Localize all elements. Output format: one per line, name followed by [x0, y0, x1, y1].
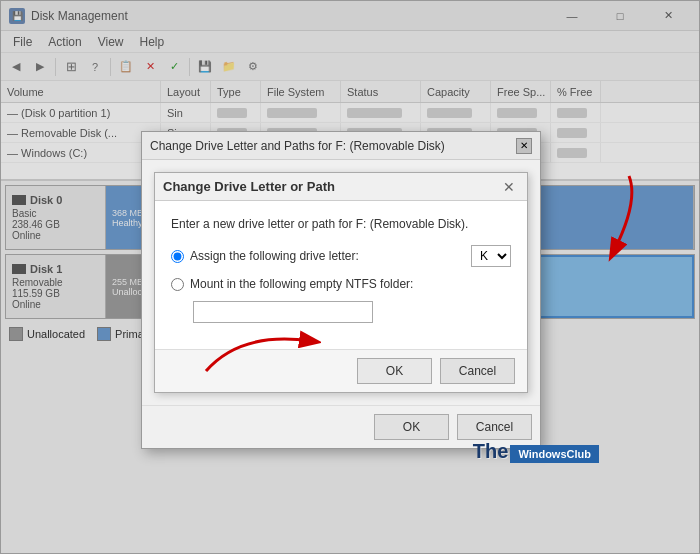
outer-dialog-titlebar: Change Drive Letter and Paths for F: (Re… — [142, 132, 540, 160]
radio-ntfs-label[interactable]: Mount in the following empty NTFS folder… — [190, 277, 511, 291]
outer-dialog-title: Change Drive Letter and Paths for F: (Re… — [150, 139, 516, 153]
inner-dialog-title: Change Drive Letter or Path — [163, 179, 499, 194]
radio-row-1: Assign the following drive letter: K L M — [171, 245, 511, 267]
radio-assign-label[interactable]: Assign the following drive letter: — [190, 249, 471, 263]
outer-ok-button[interactable]: OK — [374, 414, 449, 440]
outer-dialog: Change Drive Letter and Paths for F: (Re… — [141, 131, 541, 449]
inner-dialog-titlebar: Change Drive Letter or Path ✕ — [155, 173, 527, 201]
inner-ok-button[interactable]: OK — [357, 358, 432, 384]
main-window: 💾 Disk Management — □ ✕ File Action View… — [0, 0, 700, 554]
inner-dialog: Change Drive Letter or Path ✕ Enter a ne… — [154, 172, 528, 393]
outer-dialog-buttons: OK Cancel — [142, 405, 540, 448]
inner-cancel-button[interactable]: Cancel — [440, 358, 515, 384]
outer-dialog-content: Change Drive Letter or Path ✕ Enter a ne… — [142, 160, 540, 405]
radio-row-2: Mount in the following empty NTFS folder… — [171, 277, 511, 291]
inner-dialog-description: Enter a new drive letter or path for F: … — [171, 217, 511, 231]
ntfs-folder-input[interactable] — [193, 301, 373, 323]
inner-dialog-close-button[interactable]: ✕ — [499, 177, 519, 197]
radio-assign[interactable] — [171, 250, 184, 263]
inner-dialog-body: Enter a new drive letter or path for F: … — [155, 201, 527, 349]
outer-cancel-button[interactable]: Cancel — [457, 414, 532, 440]
inner-dialog-buttons: OK Cancel — [155, 349, 527, 392]
radio-ntfs[interactable] — [171, 278, 184, 291]
ntfs-row — [171, 301, 511, 323]
drive-letter-select[interactable]: K L M — [471, 245, 511, 267]
outer-dialog-close-button[interactable]: ✕ — [516, 138, 532, 154]
